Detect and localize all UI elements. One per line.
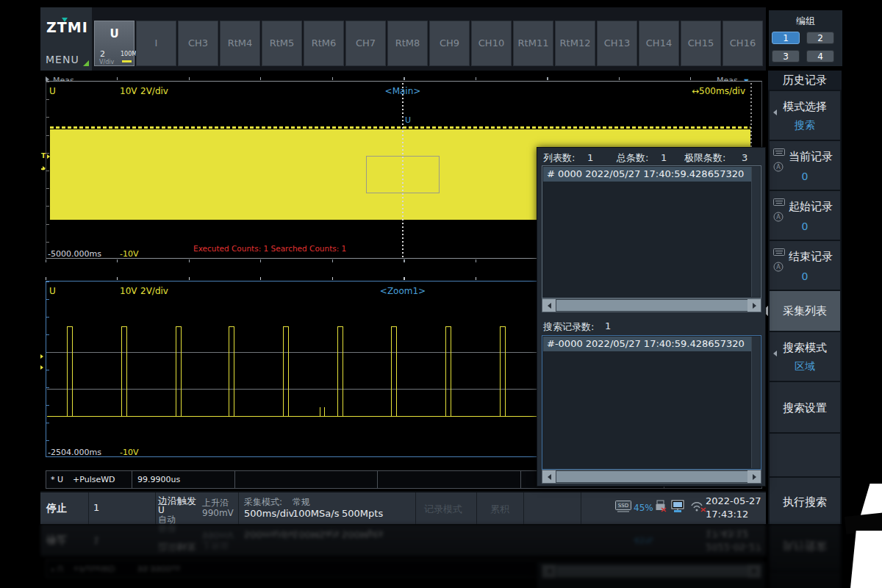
vertical-scrollbar[interactable] (751, 167, 760, 297)
reflection-text: 500ms/div (244, 529, 294, 540)
channel-tab[interactable]: RtM5 (262, 21, 302, 66)
reflection-text: 2022-05-27 (706, 542, 761, 553)
reflection-text: 99.9900us (137, 564, 180, 573)
channel-tab-label: CH9 (430, 37, 469, 49)
vertical-scrollbar[interactable] (751, 337, 760, 468)
group-button-3[interactable]: 3 (772, 50, 800, 62)
sidebar-item-search-settings[interactable]: 搜索设置 (770, 382, 840, 432)
svg-text:SSD: SSD (618, 503, 628, 509)
channel-tab[interactable]: CH16 (723, 21, 763, 66)
main-timebase-label: ↔500ms/div (692, 86, 745, 96)
divider (88, 492, 89, 524)
scroll-right-button[interactable] (747, 470, 761, 483)
horizontal-scrollbar[interactable] (542, 470, 761, 484)
channel-tab[interactable]: CH14 (639, 21, 679, 66)
search-count-label: 搜索记录数: (543, 320, 594, 334)
channel-tab-label: RtM6 (304, 37, 343, 49)
divider (520, 471, 521, 488)
accumulate-label: 累积 (490, 503, 509, 516)
network-monitor-icon (671, 500, 686, 513)
tick-column (46, 282, 49, 456)
scrollbar-thumb[interactable] (556, 300, 747, 311)
sidebar-item-current-record[interactable]: A 当前记录 0 (770, 141, 840, 190)
channel-tab-label: U (95, 27, 134, 40)
channel-tab[interactable]: RtM8 (387, 21, 428, 66)
zoom-marker-arrow-icon (40, 354, 43, 359)
sidebar-item-start-record[interactable]: A 起始记录 0 (770, 191, 840, 240)
horizontal-scrollbar[interactable] (542, 298, 761, 312)
channel-tab-label: CH7 (346, 37, 385, 49)
channel-bandwidth: 100M (121, 51, 137, 57)
pulse (176, 326, 182, 416)
pulse (283, 326, 289, 416)
record-count: 1 (93, 502, 99, 513)
scroll-right-button[interactable] (747, 299, 761, 312)
divider (238, 492, 239, 524)
menu-button[interactable]: MENU (46, 54, 79, 65)
trigger-marker-arrow-icon (47, 154, 50, 159)
trigger-level: 990mV (202, 508, 234, 518)
limit-count-value: 3 (742, 152, 747, 163)
channel-tab[interactable]: RtM6 (304, 21, 344, 66)
triangle-left-icon (548, 303, 551, 309)
sidebar-item-end-record[interactable]: A 结束记录 0 (770, 241, 840, 290)
search-mode-label: 搜索模式 (770, 341, 840, 355)
main-time-left-label: -5000.000ms (48, 249, 101, 259)
zoom-time-left-label: -2504.000ms (48, 448, 101, 457)
sidebar-item-acq-list[interactable]: 采集列表 (770, 291, 840, 331)
channel-tab-active[interactable]: U 2 V/div 100M (94, 21, 135, 66)
divider (132, 471, 132, 488)
sidebar-item-search-mode[interactable]: 搜索模式 区域 (770, 332, 840, 381)
reflection-text: 17:43:12 (706, 528, 748, 539)
main-scale-label: 2V/div (140, 86, 168, 96)
group-button-4[interactable]: 4 (806, 50, 834, 62)
reflection-fade (0, 524, 882, 588)
main-range-label: 10V (120, 86, 137, 96)
channel-tab[interactable]: CH13 (597, 21, 637, 66)
channel-indicator-icon (122, 60, 132, 62)
channel-tab[interactable]: RtM11 (513, 21, 553, 66)
divider (377, 471, 378, 488)
record-list[interactable]: # 0000 2022/05/27 17:40:59.428657320 (542, 165, 761, 298)
scroll-left-button[interactable] (542, 470, 556, 483)
mode-select-value: 搜索 (770, 119, 840, 132)
mode-select-label: 模式选择 (770, 100, 840, 114)
channel-tab[interactable]: CH7 (345, 21, 386, 66)
reflection-measure-row: * U +PulseWD 99.9900us (46, 559, 762, 578)
channel-tab[interactable]: CH15 (681, 21, 721, 66)
scrollbar-thumb[interactable] (556, 471, 747, 482)
search-mode-value: 区域 (770, 360, 840, 373)
wifi-icon (690, 501, 706, 512)
channel-tab[interactable]: I (136, 21, 176, 66)
channel-tab[interactable]: CH10 (471, 21, 512, 66)
scroll-left-button[interactable] (542, 299, 556, 312)
search-list-item[interactable]: #-0000 2022/05/27 17:40:59.428657320 (543, 337, 756, 351)
reflection-scroll-button (542, 565, 556, 578)
trigger-level-marker[interactable]: T (41, 152, 46, 159)
channel-tab-label: I (137, 37, 176, 49)
ssd-icon: SSD (615, 501, 631, 512)
sidebar-item-execute-search[interactable]: 执行搜索 (770, 478, 840, 524)
channel-tab[interactable]: RtM12 (555, 21, 595, 66)
sidebar-item-mode-select[interactable]: 模式选择 搜索 (770, 91, 840, 140)
list-count-value: 1 (587, 152, 593, 163)
channel-tab-label: RtM4 (220, 37, 259, 49)
group-button-2[interactable]: 2 (806, 32, 834, 44)
start-record-label: 起始记录 (789, 200, 833, 214)
main-level-bottom-label: -10V (120, 249, 139, 259)
channel-tab[interactable]: RtM4 (220, 21, 260, 66)
channel-vdiv-unit: V/div (99, 59, 114, 65)
channel-tab[interactable]: CH3 (178, 21, 218, 66)
current-record-label: 当前记录 (789, 150, 833, 164)
channel-tab[interactable]: CH9 (429, 21, 470, 66)
glitch-pulse (320, 407, 325, 416)
search-count-value: 1 (605, 320, 611, 331)
search-zone-box[interactable] (366, 156, 440, 193)
execute-search-label: 执行搜索 (770, 495, 840, 509)
search-result-list[interactable]: #-0000 2022/05/27 17:40:59.428657320 (542, 335, 761, 470)
cursor-channel-label: U (405, 115, 411, 125)
pulse (445, 326, 451, 416)
group-button-1[interactable]: 1 (772, 32, 800, 44)
end-record-label: 结束记录 (789, 250, 833, 264)
record-list-item[interactable]: # 0000 2022/05/27 17:40:59.428657320 (543, 167, 756, 182)
